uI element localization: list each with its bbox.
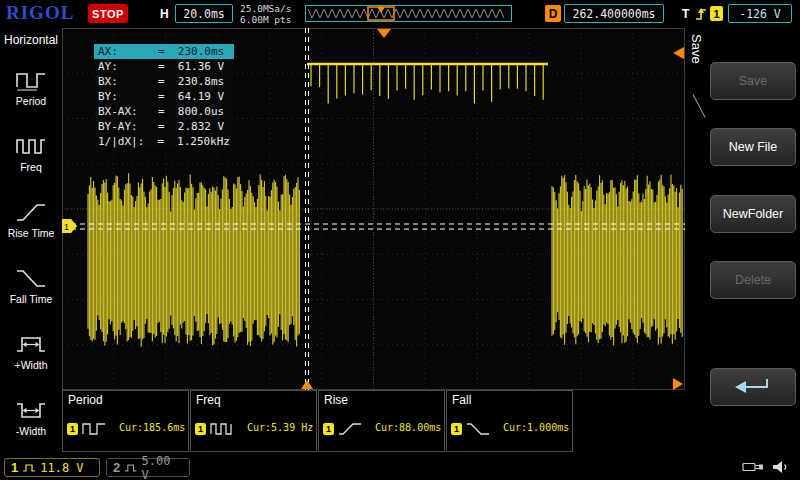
acquisition-info: 25.0MSa/s 6.00M pts: [240, 3, 291, 25]
delay-value: 262.400000ms: [564, 4, 664, 23]
measurement-label: Fall: [452, 393, 471, 407]
measurement-panel-fall: Fall 1 Cur:1.000ms Avg:1.000ms Max:1.000…: [446, 390, 573, 452]
channel-1-status[interactable]: 1 11.8 V: [4, 458, 100, 477]
timebase-value: 20.0ms: [175, 4, 233, 23]
fall-time-icon: [14, 266, 48, 290]
cursor-row-ay: AY:= 61.36 V: [94, 59, 234, 74]
measurement-label: Freq: [196, 393, 221, 407]
menu-item-freq[interactable]: Freq: [0, 120, 62, 186]
measurement-strip: Period 1 Cur:185.6ms Avg:185.6ms Max:185…: [62, 390, 685, 455]
speaker-icon: [772, 460, 790, 474]
source-badge: 1: [451, 423, 462, 435]
rise-meas-icon: [337, 421, 363, 437]
measure-item-menu: Horizontal Period Freq Rise Time Fal: [0, 28, 62, 455]
delay-badge: D: [545, 5, 561, 22]
cursor-name: BY-AY:: [98, 119, 158, 134]
measurement-source-row: 1: [323, 421, 363, 437]
cursor-value: = 64.19 V: [158, 89, 224, 104]
measurement-source-row: 1: [67, 421, 107, 437]
measurement-panel-freq: Freq 1 Cur:5.39 Hz Avg:5.39 Hz Max:5.39 …: [190, 390, 317, 452]
sample-rate: 25.0MSa/s: [240, 3, 291, 14]
delete-button[interactable]: Delete: [710, 261, 796, 299]
svg-text:1: 1: [64, 222, 69, 232]
menu-item-minus-width[interactable]: -Width: [0, 384, 62, 450]
cursor-value: = 2.832 V: [158, 119, 224, 134]
run-state-badge: STOP: [88, 4, 128, 23]
trigger-slope-icon: [694, 6, 708, 22]
cursor-row-bx: BX:= 230.8ms: [94, 74, 234, 89]
cursor-row-inv-dx: 1/|dX|:= 1.250kHz: [94, 134, 234, 149]
cursor-name: BY:: [98, 89, 158, 104]
channel-1-number: 1: [11, 460, 18, 475]
plus-width-icon: [14, 332, 48, 356]
menu-item-label: -Width: [16, 425, 46, 437]
measurement-source-row: 1: [451, 421, 491, 437]
source-badge: 1: [323, 423, 334, 435]
cursor-row-by-ay: BY-AY:= 2.832 V: [94, 119, 234, 134]
channel-2-coupling-icon: [124, 463, 137, 473]
measurement-source-row: 1: [195, 421, 235, 437]
menu-item-label: Rise Time: [8, 227, 55, 239]
meas-cur: Cur:185.6ms: [119, 421, 185, 435]
meas-cur: Cur:88.00ms: [375, 421, 441, 435]
channel-1-scale: 11.8 V: [40, 461, 83, 475]
cursor-value: = 1.250kHz: [157, 134, 230, 149]
period-icon: [14, 68, 48, 92]
cursor-value: = 800.0us: [158, 104, 224, 119]
channel-status-bar: 1 11.8 V 2 5.00 V: [0, 455, 800, 480]
trigger-level-value: -126 V: [728, 4, 792, 23]
channel-1-coupling-icon: [22, 463, 36, 473]
menu-item-rise-time[interactable]: Rise Time: [0, 186, 62, 252]
meas-cur: Cur:1.000ms: [503, 421, 569, 435]
memory-window-icon: [306, 6, 511, 21]
minus-width-icon: [14, 398, 48, 422]
return-arrow-icon: [731, 376, 775, 398]
menu-item-label: +Width: [15, 359, 48, 371]
cursor-name: AX:: [98, 44, 158, 59]
cursor-value: = 61.36 V: [158, 59, 224, 74]
measurement-label: Period: [68, 393, 103, 407]
menu-item-plus-width[interactable]: +Width: [0, 318, 62, 384]
menu-item-label: Period: [16, 95, 46, 107]
trigger-source-badge: 1: [710, 6, 723, 21]
measurement-panel-rise: Rise 1 Cur:88.00ms Avg:88.00ms Max:88.00…: [318, 390, 445, 452]
cursor-row-ax: AX:= 230.0ms: [94, 44, 234, 59]
new-folder-button[interactable]: NewFolder: [710, 195, 796, 233]
channel-2-status[interactable]: 2 5.00 V: [106, 458, 190, 477]
cursor-readout-panel: AX:= 230.0ms AY:= 61.36 V BX:= 230.8ms B…: [94, 44, 234, 149]
trigger-label: T: [682, 7, 689, 21]
left-menu-title: Horizontal: [0, 28, 62, 54]
new-file-button[interactable]: New File: [710, 128, 796, 166]
cursor-name: BX-AX:: [98, 104, 158, 119]
menu-item-period[interactable]: Period: [0, 54, 62, 120]
usb-icon: [742, 461, 764, 473]
menu-item-fall-time[interactable]: Fall Time: [0, 252, 62, 318]
rise-time-icon: [14, 200, 48, 224]
measurement-label: Rise: [324, 393, 348, 407]
source-badge: 1: [67, 423, 78, 435]
cursor-name: AY:: [98, 59, 158, 74]
waveform-display: 1 AX:= 230.0ms AY:= 61.36 V BX:= 230.8ms…: [62, 28, 685, 390]
cursor-name: 1/|dX|:: [98, 134, 157, 149]
menu-item-label: Fall Time: [10, 293, 53, 305]
cursor-row-bx-ax: BX-AX:= 800.0us: [94, 104, 234, 119]
rigol-logo: RIGOL: [6, 2, 74, 24]
save-menu: Save Save New File NewFolder Delete: [685, 28, 800, 455]
cursor-row-by: BY:= 64.19 V: [94, 89, 234, 104]
save-button[interactable]: Save: [710, 62, 796, 100]
horizontal-label: H: [160, 7, 169, 21]
back-button[interactable]: [710, 368, 796, 406]
period-meas-icon: [81, 421, 107, 437]
channel-2-scale: 5.00 V: [142, 454, 183, 480]
cursor-value: = 230.8ms: [158, 74, 224, 89]
system-icons: [742, 460, 790, 474]
memory-depth: 6.00M pts: [240, 14, 291, 25]
horizontal-position-indicator[interactable]: [305, 5, 512, 22]
menu-tab-divider: [693, 94, 706, 117]
channel-2-number: 2: [113, 460, 120, 475]
cursor-name: BX:: [98, 74, 158, 89]
menu-tab-label: Save: [689, 34, 704, 64]
top-status-bar: RIGOL STOP H 20.0ms 25.0MSa/s 6.00M pts …: [0, 0, 800, 28]
source-badge: 1: [195, 423, 206, 435]
fall-meas-icon: [465, 421, 491, 437]
